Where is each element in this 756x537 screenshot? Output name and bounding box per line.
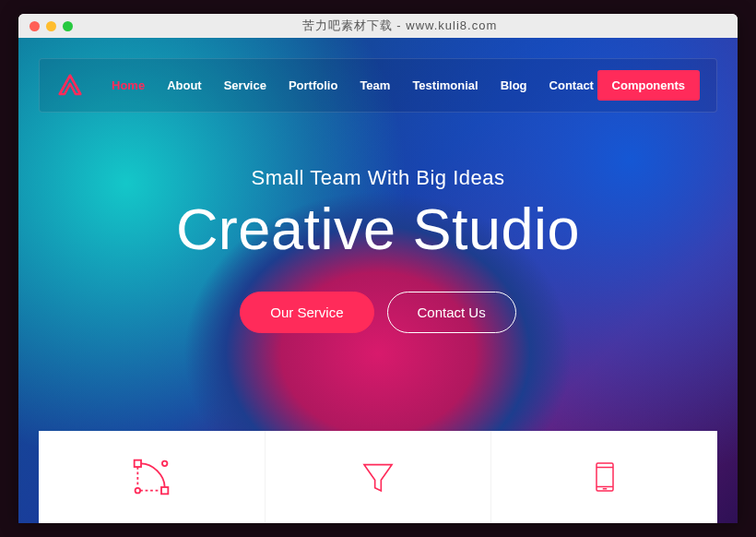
nav-links: Home About Service Portfolio Team Testim… <box>112 78 594 92</box>
browser-window: 苦力吧素材下载 - www.kuli8.com Home About Servi… <box>18 14 738 523</box>
maximize-icon[interactable] <box>63 21 73 31</box>
feature-card[interactable] <box>491 431 717 523</box>
nav-item-portfolio[interactable]: Portfolio <box>289 78 337 92</box>
nav-item-testimonial[interactable]: Testimonial <box>412 78 478 92</box>
nav-item-home[interactable]: Home <box>112 78 145 92</box>
page-title: 苦力吧素材下载 - www.kuli8.com <box>73 18 726 34</box>
navbar: Home About Service Portfolio Team Testim… <box>39 58 717 113</box>
our-service-button[interactable]: Our Service <box>240 292 373 333</box>
vector-icon <box>131 457 171 497</box>
logo-icon[interactable] <box>56 72 84 100</box>
nav-item-contact[interactable]: Contact <box>549 78 594 92</box>
svg-rect-0 <box>135 460 141 467</box>
contact-us-button[interactable]: Contact Us <box>387 292 516 333</box>
svg-point-2 <box>162 461 168 467</box>
components-button[interactable]: Components <box>597 70 700 101</box>
svg-point-3 <box>136 488 141 494</box>
hero-title: Creative Studio <box>18 196 738 262</box>
hero: Small Team With Big Ideas Creative Studi… <box>18 166 738 333</box>
nav-item-about[interactable]: About <box>167 78 202 92</box>
window-controls <box>30 21 73 31</box>
close-icon[interactable] <box>30 21 40 31</box>
minimize-icon[interactable] <box>46 21 56 31</box>
nav-item-team[interactable]: Team <box>360 78 390 92</box>
hero-subtitle: Small Team With Big Ideas <box>18 166 738 190</box>
funnel-icon <box>360 459 396 495</box>
feature-card[interactable] <box>39 431 266 523</box>
nav-item-blog[interactable]: Blog <box>501 78 527 92</box>
mobile-icon <box>588 459 621 495</box>
hero-buttons: Our Service Contact Us <box>18 292 738 333</box>
page-content: Home About Service Portfolio Team Testim… <box>18 38 738 523</box>
nav-item-service[interactable]: Service <box>224 78 266 92</box>
svg-rect-1 <box>161 487 168 494</box>
feature-row <box>39 431 717 523</box>
titlebar: 苦力吧素材下载 - www.kuli8.com <box>18 14 738 38</box>
feature-card[interactable] <box>266 431 492 523</box>
